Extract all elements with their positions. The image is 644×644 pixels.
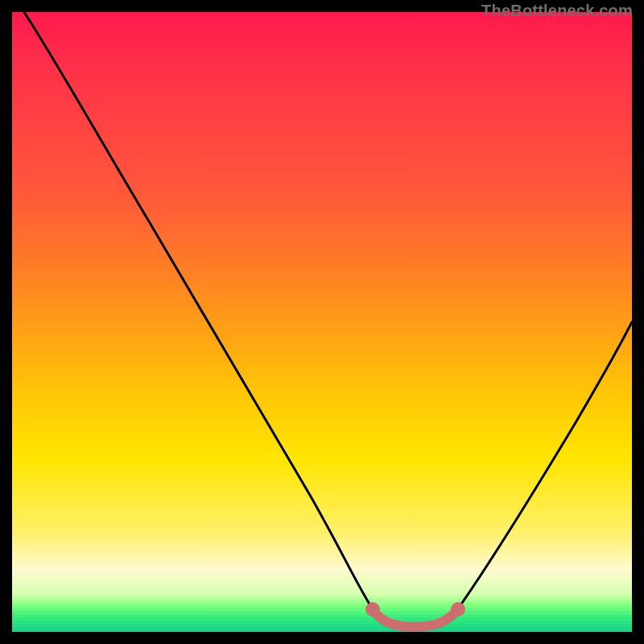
plot-area bbox=[12, 12, 632, 632]
watermark-text: TheBottleneck.com bbox=[481, 2, 633, 20]
bottleneck-curve bbox=[24, 12, 632, 627]
trough-marker bbox=[374, 611, 456, 627]
curve-layer bbox=[12, 12, 632, 632]
chart-stage: TheBottleneck.com bbox=[0, 0, 644, 644]
trough-dot-right bbox=[451, 602, 465, 617]
trough-dot-left bbox=[365, 602, 380, 617]
